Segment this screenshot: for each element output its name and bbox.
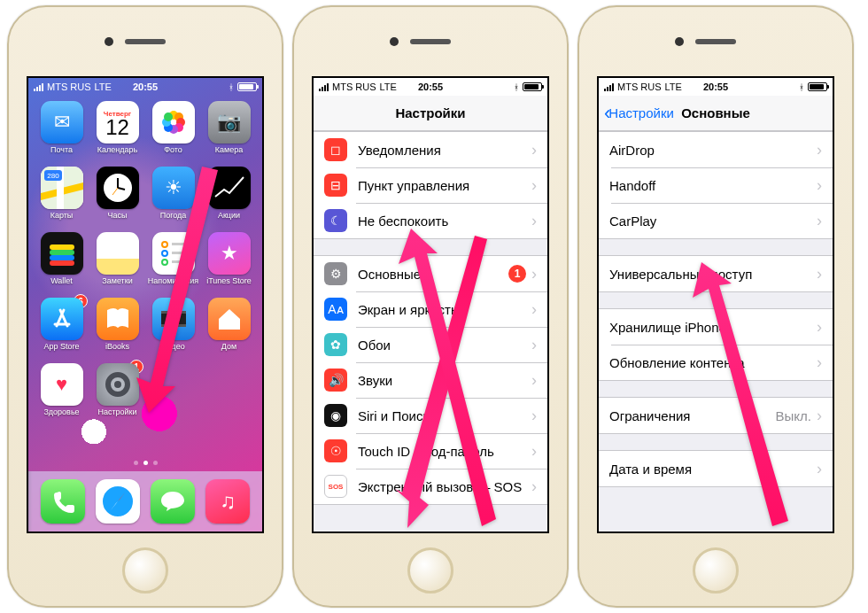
- app-stocks[interactable]: Акции: [201, 167, 257, 230]
- general-list[interactable]: AirDrop› Handoff› CarPlay› Универсальный…: [599, 131, 833, 532]
- row-dnd[interactable]: ☾Не беспокоить›: [314, 203, 547, 238]
- appstore-icon: [41, 298, 83, 340]
- carrier-label: MTS RUS: [617, 81, 662, 92]
- camera-icon: 📷: [208, 101, 251, 144]
- chevron-right-icon: ›: [817, 353, 822, 372]
- svg-rect-24: [172, 260, 186, 263]
- calendar-icon: Четверг12: [97, 101, 139, 144]
- app-weather[interactable]: ☀︎Погода: [145, 167, 201, 230]
- app-maps[interactable]: 280Карты: [34, 167, 89, 230]
- app-video[interactable]: Видео: [145, 298, 201, 361]
- reminders-icon: [152, 232, 195, 275]
- dock-messages[interactable]: [151, 479, 195, 524]
- network-label: LTE: [95, 81, 112, 92]
- app-photos[interactable]: Фото: [145, 101, 201, 165]
- app-itunes[interactable]: ★iTunes Store: [201, 232, 257, 296]
- row-sounds[interactable]: 🔊Звуки›: [314, 362, 547, 398]
- row-general[interactable]: ⚙︎Основные1›: [314, 256, 547, 291]
- row-wallpaper[interactable]: ✿Обои›: [314, 327, 547, 362]
- wallpaper-icon: ✿: [324, 333, 347, 356]
- chevron-right-icon: ›: [817, 318, 822, 337]
- phone-settings: MTS RUS LTE 20:55 ᚼ Настройки ◻︎Уведомле…: [292, 5, 569, 608]
- network-label: LTE: [665, 81, 682, 92]
- app-camera[interactable]: 📷Камера: [201, 101, 257, 165]
- chevron-right-icon: ›: [817, 141, 822, 159]
- clock-icon: [97, 167, 139, 209]
- row-refresh[interactable]: Обновление контента›: [599, 345, 833, 380]
- row-notifications[interactable]: ◻︎Уведомления›: [314, 132, 547, 167]
- app-clock[interactable]: Часы: [89, 167, 145, 230]
- sound-icon: 🔊: [324, 369, 347, 392]
- dock-music[interactable]: ♫: [205, 479, 250, 524]
- chevron-right-icon: ›: [531, 176, 537, 195]
- signal-icon: [319, 82, 329, 91]
- row-carplay[interactable]: CarPlay›: [599, 203, 833, 238]
- page-indicator[interactable]: [28, 457, 262, 468]
- bluetooth-icon: ᚼ: [514, 82, 519, 92]
- svg-rect-26: [161, 311, 186, 314]
- chevron-right-icon: ›: [531, 212, 537, 230]
- status-bar: MTS RUS LTE 20:55 ᚼ: [599, 78, 833, 96]
- svg-point-21: [162, 251, 167, 256]
- row-airdrop[interactable]: AirDrop›: [599, 132, 833, 167]
- app-notes[interactable]: Заметки: [89, 232, 145, 296]
- wallet-icon: [41, 232, 83, 275]
- row-accessibility[interactable]: Универсальный доступ›: [599, 256, 833, 291]
- dock-phone[interactable]: [41, 479, 85, 524]
- clock-label: 20:55: [418, 81, 443, 92]
- app-mail[interactable]: ✉︎Почта: [34, 101, 89, 165]
- maps-icon: 280: [41, 167, 83, 209]
- chevron-right-icon: ›: [531, 265, 537, 283]
- clock-label: 20:55: [133, 81, 158, 92]
- gear-icon: [97, 363, 139, 406]
- row-handoff[interactable]: Handoff›: [599, 167, 833, 203]
- home-button[interactable]: [407, 547, 453, 594]
- app-settings[interactable]: 1Настройки: [89, 363, 145, 427]
- app-health[interactable]: ♥︎Здоровье: [34, 363, 89, 427]
- app-ibooks[interactable]: iBooks: [89, 298, 145, 361]
- app-reminders[interactable]: Напоминания: [145, 232, 201, 296]
- chevron-right-icon: ›: [531, 141, 537, 159]
- chevron-right-icon: ›: [817, 407, 822, 425]
- house-icon: [208, 298, 251, 340]
- chevron-right-icon: ›: [531, 407, 537, 425]
- row-sos[interactable]: SOSЭкстренный вызов — SOS›: [314, 469, 547, 504]
- row-touchid[interactable]: ☉Touch ID и код-пароль›: [314, 433, 547, 469]
- app-home[interactable]: Дом: [201, 298, 257, 361]
- chevron-right-icon: ›: [817, 265, 822, 283]
- phone-home: MTS RUS LTE 20:55 ᚼ ✉︎Почта Четверг12Кал…: [7, 5, 283, 608]
- back-button[interactable]: ‹Настройки: [604, 105, 674, 120]
- app-wallet[interactable]: Wallet: [34, 232, 89, 296]
- sos-icon: SOS: [324, 475, 347, 498]
- home-button[interactable]: [693, 547, 739, 594]
- battery-icon: [237, 82, 257, 91]
- status-bar: MTS RUS LTE 20:55 ᚼ: [314, 78, 547, 96]
- display-icon: Aᴀ: [324, 298, 347, 321]
- badge: 1: [508, 265, 526, 283]
- app-appstore[interactable]: 6App Store: [34, 298, 89, 361]
- row-control-center[interactable]: ⊟Пункт управления›: [314, 167, 547, 203]
- svg-rect-18: [50, 260, 74, 266]
- book-icon: [97, 298, 139, 340]
- phone-general: MTS RUS LTE 20:55 ᚼ ‹Настройки Основные …: [577, 5, 854, 608]
- dock: ♫: [28, 471, 262, 532]
- row-datetime[interactable]: Дата и время›: [599, 451, 833, 486]
- screen-general: MTS RUS LTE 20:55 ᚼ ‹Настройки Основные …: [597, 76, 834, 533]
- dock-safari[interactable]: [96, 479, 140, 524]
- chevron-right-icon: ›: [531, 442, 537, 461]
- status-bar: MTS RUS LTE 20:55 ᚼ: [28, 78, 262, 96]
- row-storage[interactable]: Хранилище iPhone›: [599, 309, 833, 345]
- home-button[interactable]: [122, 547, 168, 594]
- screen-settings: MTS RUS LTE 20:55 ᚼ Настройки ◻︎Уведомле…: [312, 76, 549, 533]
- settings-list[interactable]: ◻︎Уведомления› ⊟Пункт управления› ☾Не бе…: [314, 131, 547, 532]
- app-calendar[interactable]: Четверг12Календарь: [89, 101, 145, 165]
- mail-icon: ✉︎: [41, 101, 83, 144]
- chevron-right-icon: ›: [531, 300, 537, 319]
- row-siri[interactable]: ◉Siri и Поиск›: [314, 398, 547, 433]
- row-restrictions[interactable]: ОграниченияВыкл.›: [599, 398, 833, 433]
- battery-icon: [523, 82, 542, 91]
- row-display[interactable]: AᴀЭкран и яркость›: [314, 291, 547, 327]
- moon-icon: ☾: [324, 209, 347, 232]
- chevron-right-icon: ›: [817, 176, 822, 195]
- fingerprint-icon: ☉: [324, 439, 347, 462]
